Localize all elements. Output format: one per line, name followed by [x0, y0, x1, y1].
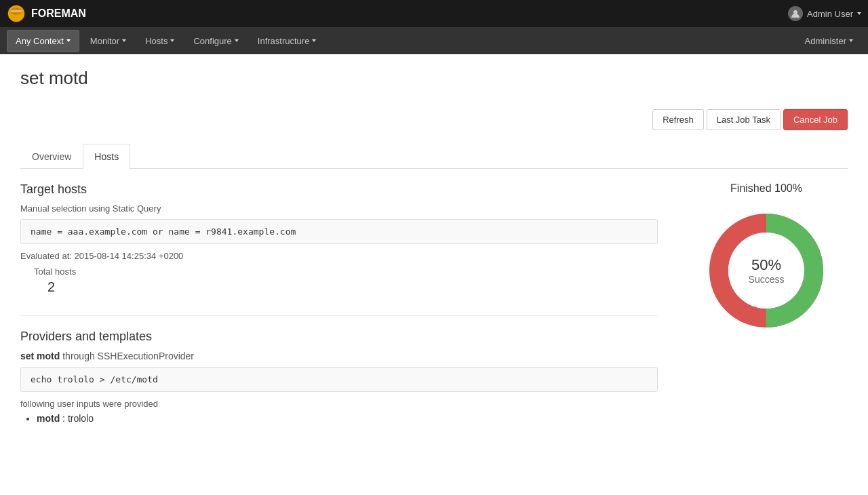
infrastructure-caret-icon: [312, 39, 316, 42]
last-job-task-button[interactable]: Last Job Task: [707, 109, 781, 130]
administer-button[interactable]: Administer: [797, 31, 861, 52]
provider-job-name: set motd: [20, 351, 60, 361]
admin-caret-icon: [857, 12, 861, 15]
provider-line: set motd through SSHExecutionProvider: [20, 351, 658, 361]
main-layout: Target hosts Manual selection using Stat…: [20, 182, 848, 424]
administer-label: Administer: [805, 36, 846, 46]
admin-user-label: Admin User: [807, 9, 853, 19]
context-button[interactable]: Any Context: [7, 30, 79, 52]
hosts-nav-label: Hosts: [145, 36, 167, 46]
total-hosts-section: Total hosts 2: [34, 266, 658, 295]
tab-hosts-label: Hosts: [94, 151, 119, 162]
finished-label: Finished 100%: [730, 182, 802, 195]
provider-name: SSHExecutionProvider: [98, 351, 194, 361]
svg-rect-2: [10, 10, 22, 13]
target-hosts-query: name = aaa.example.com or name = r9841.e…: [20, 219, 658, 244]
tabs-container: Overview Hosts: [20, 144, 848, 169]
cancel-job-button[interactable]: Cancel Job: [783, 109, 848, 130]
tab-overview[interactable]: Overview: [20, 144, 83, 169]
top-right-section: Admin User: [788, 6, 861, 21]
page-content: set motd Refresh Last Job Task Cancel Jo…: [0, 54, 868, 495]
admin-user-button[interactable]: Admin User: [788, 6, 861, 21]
providers-section: Providers and templates set motd through…: [20, 330, 658, 424]
infrastructure-label: Infrastructure: [258, 36, 310, 46]
list-item: motd : trololo: [37, 413, 658, 424]
main-left-panel: Target hosts Manual selection using Stat…: [20, 182, 658, 424]
donut-sublabel: Success: [749, 274, 785, 285]
donut-percent: 50%: [749, 256, 785, 274]
monitor-button[interactable]: Monitor: [82, 31, 134, 52]
main-right-panel: Finished 100% 50% Success: [685, 182, 848, 424]
donut-center-text: 50% Success: [749, 256, 785, 285]
hosts-nav-button[interactable]: Hosts: [137, 31, 182, 52]
target-hosts-subtitle: Manual selection using Static Query: [20, 203, 658, 214]
configure-button[interactable]: Configure: [185, 31, 246, 52]
total-hosts-count: 2: [47, 279, 658, 295]
configure-label: Configure: [193, 36, 231, 46]
hosts-caret-icon: [170, 39, 174, 42]
target-hosts-title: Target hosts: [20, 182, 658, 197]
input-value: trololo: [68, 413, 94, 424]
configure-caret-icon: [235, 39, 239, 42]
user-inputs-text: following user inputs were provided: [20, 399, 658, 409]
refresh-button[interactable]: Refresh: [652, 109, 704, 130]
main-nav-right: Administer: [797, 31, 861, 52]
provider-template-code: echo trololo > /etc/motd: [20, 367, 658, 392]
action-buttons: Refresh Last Job Task Cancel Job: [20, 109, 848, 130]
brand-logo-icon: [7, 4, 26, 23]
input-separator: :: [62, 413, 68, 424]
main-navbar: Any Context Monitor Hosts Configure Infr…: [0, 27, 868, 54]
tab-hosts[interactable]: Hosts: [83, 144, 130, 169]
context-label: Any Context: [16, 36, 64, 46]
brand-name: FOREMAN: [31, 7, 86, 20]
brand-link[interactable]: FOREMAN: [7, 4, 86, 23]
total-hosts-label: Total hosts: [34, 266, 658, 277]
monitor-label: Monitor: [90, 36, 119, 46]
section-divider: [20, 315, 658, 316]
evaluated-at: Evaluated at: 2015-08-14 14:25:34 +0200: [20, 251, 658, 261]
top-navbar: FOREMAN Admin User: [0, 0, 868, 27]
input-key: motd: [37, 413, 60, 424]
page-title: set motd: [20, 68, 848, 96]
donut-chart: 50% Success: [698, 203, 834, 338]
monitor-caret-icon: [122, 39, 126, 42]
provider-through: through: [62, 351, 97, 361]
tab-overview-label: Overview: [32, 151, 71, 162]
admin-avatar: [788, 6, 803, 21]
providers-title: Providers and templates: [20, 330, 658, 344]
main-nav-left: Any Context Monitor Hosts Configure Infr…: [7, 30, 324, 52]
context-caret-icon: [66, 39, 71, 42]
administer-caret-icon: [849, 39, 853, 42]
infrastructure-button[interactable]: Infrastructure: [250, 31, 325, 52]
user-inputs-list: motd : trololo: [37, 413, 658, 424]
